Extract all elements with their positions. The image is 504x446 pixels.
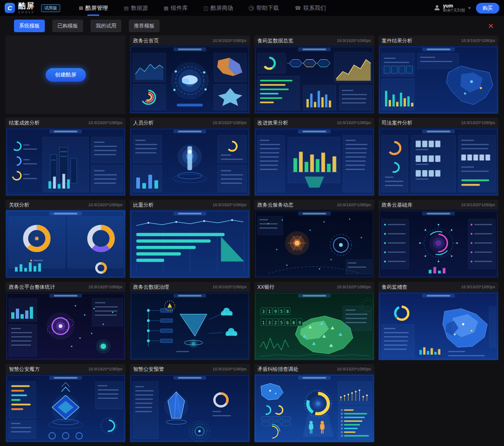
create-screen-button[interactable]: 创建酷屏 [46, 68, 86, 82]
template-thumbnail[interactable] [6, 292, 126, 360]
template-size: 16:9/1920*1080px [461, 202, 495, 207]
template-card-header: 食药监数据总览16:9/1920*1080px [254, 35, 374, 46]
template-thumbnail[interactable] [254, 210, 374, 278]
template-size: 16:9/1920*1080px [337, 120, 371, 125]
template-card[interactable]: 司法案件分析16:9/1920*1080px [378, 118, 498, 196]
filter-toolbar: 系统模板已购模板我的试用推荐模板 ✕ [0, 16, 504, 35]
svg-text:1: 1 [268, 309, 270, 314]
nav-item-4[interactable]: ◫酷屏商场 [203, 0, 234, 16]
svg-text:3: 3 [262, 309, 264, 314]
svg-text:5: 5 [280, 321, 282, 325]
tab-4[interactable]: 推荐模板 [129, 20, 160, 32]
grid-icon: ⊞ [79, 5, 83, 11]
template-thumbnail[interactable] [130, 374, 250, 442]
template-thumbnail[interactable]: 319581325689 [254, 292, 374, 360]
template-title: 智慧公安魔方 [9, 366, 40, 373]
template-card[interactable]: 智慧公安预警16:9/1920*1080px [130, 364, 250, 442]
nav-item-label: 数据源 [131, 4, 148, 12]
template-title: 政务云平台整体统计 [9, 284, 55, 291]
template-title: 结案成效分析 [9, 119, 40, 126]
template-title: 政务云基础库 [382, 202, 413, 209]
template-title: 食药监稽查 [382, 284, 407, 291]
database-icon: ▤ [124, 5, 128, 11]
template-thumbnail[interactable] [6, 210, 126, 278]
template-tabs: 系统模板已购模板我的试用推荐模板 [14, 20, 160, 32]
template-title: 政务云数据治理 [133, 284, 169, 291]
template-card-header: 矛盾纠纷排查调处16:9/1920*1080px [254, 364, 374, 374]
nav-item-2[interactable]: ▤数据源 [123, 0, 148, 16]
template-thumbnail[interactable] [378, 292, 498, 360]
navbar: C 酷屏 COOLV 试用版 ⊞酷屏管理▤数据源▦组件库◫酷屏商场?帮助下载☎联… [0, 0, 504, 16]
template-thumbnail[interactable] [378, 128, 498, 196]
template-card[interactable]: 关联分析16:9/1920*1080px [6, 200, 126, 278]
template-title: 司法案件分析 [382, 119, 413, 126]
template-thumbnail[interactable] [254, 128, 374, 196]
template-card[interactable]: 政务云数据治理16:9/1920*1080px [130, 282, 250, 360]
svg-text:9: 9 [298, 321, 301, 325]
nav-item-3[interactable]: ▦组件库 [163, 0, 189, 16]
template-card[interactable]: 案件结果分析16:9/1920*1080px [378, 35, 498, 114]
nav-item-label: 酷屏商场 [210, 4, 233, 12]
user-avatar-icon [434, 4, 441, 11]
nav-item-label: 联系我们 [303, 4, 326, 12]
template-thumbnail[interactable] [130, 210, 250, 278]
template-card[interactable]: 政务云平台整体统计16:9/1920*1080px [6, 282, 126, 360]
template-title: 人员分析 [133, 119, 154, 126]
svg-text:1: 1 [262, 321, 264, 325]
svg-text:8: 8 [286, 309, 288, 314]
svg-text:2: 2 [274, 321, 276, 325]
template-size: 16:9/1920*1080px [88, 285, 122, 289]
template-size: 16:9/1920*1080px [212, 367, 246, 371]
nav-item-label: 帮助下载 [256, 4, 279, 12]
logo-subtext: COOLV [18, 11, 35, 14]
template-size: 16:9/1920*1080px [88, 202, 122, 207]
template-title: 比重分析 [133, 202, 154, 209]
template-card[interactable]: 结案成效分析16:9/1920*1080px [6, 118, 126, 196]
template-title: 关联分析 [9, 202, 29, 209]
buy-button[interactable]: 购买 [476, 3, 499, 14]
logo-icon: C [5, 3, 15, 13]
template-card[interactable]: 矛盾纠纷排查调处16:9/1920*1080px [254, 364, 374, 442]
user-menu[interactable]: yum 剩余7天到期 ▾ [434, 3, 470, 13]
template-card[interactable]: 改进效果分析16:9/1920*1080px [254, 118, 374, 196]
create-screen-card[interactable]: 创建酷屏 [6, 35, 126, 114]
nav-item-1[interactable]: ⊞酷屏管理 [78, 0, 109, 16]
template-thumbnail[interactable] [130, 292, 250, 360]
tab-2[interactable]: 已购模板 [52, 20, 83, 32]
template-size: 16:9/1920*1080px [461, 38, 495, 43]
nav-item-5[interactable]: ?帮助下载 [248, 0, 280, 16]
svg-text:9: 9 [274, 309, 276, 314]
template-card[interactable]: 智慧公安魔方16:9/1920*1080px [6, 364, 126, 442]
template-thumbnail[interactable] [6, 374, 126, 442]
template-card[interactable]: 政务云基础库16:9/1920*1080px [378, 200, 498, 278]
tab-3[interactable]: 我的试用 [91, 20, 121, 32]
template-title: 政务云服务动态 [258, 202, 294, 209]
template-thumbnail[interactable] [378, 46, 498, 114]
template-thumbnail[interactable] [130, 46, 250, 114]
close-icon[interactable]: ✕ [486, 21, 496, 31]
template-thumbnail[interactable] [130, 128, 250, 196]
help-icon: ? [249, 6, 254, 11]
template-card[interactable]: 政务云服务动态16:9/1920*1080px [254, 200, 374, 278]
template-card[interactable]: XX银行16:9/1920*1080px 319581325689 [254, 282, 374, 360]
template-title: 改进效果分析 [258, 119, 288, 126]
template-size: 16:9/1920*1080px [212, 285, 246, 289]
nav-item-6[interactable]: ☎联系我们 [294, 0, 327, 16]
tab-1[interactable]: 系统模板 [14, 20, 45, 32]
svg-text:5: 5 [280, 309, 282, 314]
template-thumbnail[interactable] [6, 128, 126, 196]
template-card-header: 政务云基础库16:9/1920*1080px [378, 200, 498, 210]
template-card[interactable]: 人员分析16:9/1920*1080px [130, 118, 250, 196]
template-card-header: 人员分析16:9/1920*1080px [130, 118, 250, 128]
template-card[interactable]: 食药监数据总览16:9/1920*1080px [254, 35, 374, 114]
template-card[interactable]: 比重分析16:9/1920*1080px [130, 200, 250, 278]
template-thumbnail[interactable] [254, 374, 374, 442]
template-title: 案件结果分析 [382, 37, 413, 44]
template-thumbnail[interactable] [254, 46, 374, 114]
template-card-header: 政务云数据治理16:9/1920*1080px [130, 282, 250, 292]
template-card-header: 司法案件分析16:9/1920*1080px [378, 118, 498, 128]
template-card[interactable]: 食药监稽查16:9/1920*1080px [378, 282, 498, 360]
template-size: 16:9/1920*1080px [212, 120, 246, 125]
template-card[interactable]: 政务云首页16:9/1920*1080px [130, 35, 250, 114]
template-thumbnail[interactable] [378, 210, 498, 278]
